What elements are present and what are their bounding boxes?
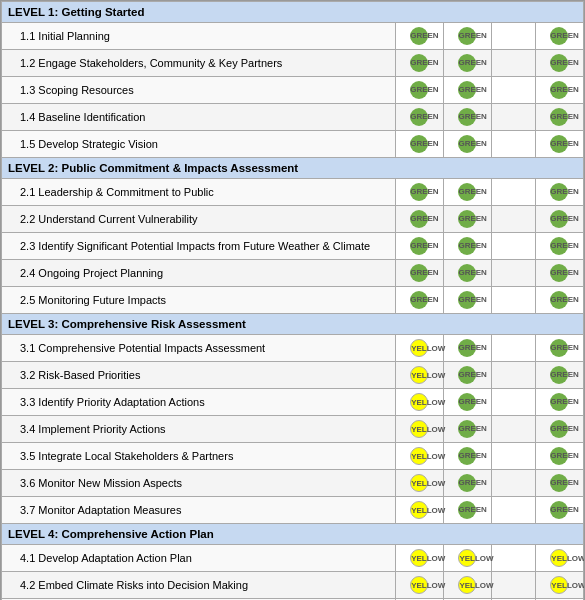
dot-col-4: GREEN — [535, 260, 583, 287]
status-dot: GREEN — [410, 210, 428, 228]
status-dot: GREEN — [458, 339, 476, 357]
table-row: 2.5 Monitoring Future Impacts GREEN GREE… — [2, 287, 584, 314]
item-label: 1.4 Baseline Identification — [2, 104, 396, 131]
dot-col-4: GREEN — [535, 233, 583, 260]
dot-col-3 — [492, 389, 536, 416]
status-dot: GREEN — [410, 237, 428, 255]
status-dot: GREEN — [550, 27, 568, 45]
dot-col-1: GREEN — [395, 50, 443, 77]
status-dot: GREEN — [458, 135, 476, 153]
level-header: LEVEL 1: Getting Started — [2, 2, 584, 23]
dot-col-4: GREEN — [535, 23, 583, 50]
dot-col-4: GREEN — [535, 497, 583, 524]
status-dot: GREEN — [458, 420, 476, 438]
dot-col-3 — [492, 497, 536, 524]
status-dot: GREEN — [458, 366, 476, 384]
dot-col-2: YELLOW — [443, 572, 491, 599]
item-label: 1.5 Develop Strategic Vision — [2, 131, 396, 158]
status-dot: GREEN — [550, 339, 568, 357]
dot-col-2: GREEN — [443, 389, 491, 416]
dot-col-1: YELLOW — [395, 497, 443, 524]
dot-col-1: YELLOW — [395, 545, 443, 572]
status-dot: GREEN — [458, 291, 476, 309]
level-header: LEVEL 4: Comprehensive Action Plan — [2, 524, 584, 545]
item-label: 2.3 Identify Significant Potential Impac… — [2, 233, 396, 260]
status-dot: GREEN — [410, 108, 428, 126]
item-label: 4.2 Embed Climate Risks into Decision Ma… — [2, 572, 396, 599]
dot-col-3 — [492, 416, 536, 443]
status-dot: YELLOW — [410, 501, 428, 519]
dot-col-4: GREEN — [535, 362, 583, 389]
dot-col-1: YELLOW — [395, 470, 443, 497]
status-dot: GREEN — [550, 447, 568, 465]
item-label: 1.3 Scoping Resources — [2, 77, 396, 104]
dot-col-2: GREEN — [443, 179, 491, 206]
dot-col-2: GREEN — [443, 260, 491, 287]
dot-col-1: GREEN — [395, 260, 443, 287]
dot-col-2: GREEN — [443, 23, 491, 50]
status-dot: YELLOW — [410, 393, 428, 411]
dot-col-3 — [492, 77, 536, 104]
dot-col-1: GREEN — [395, 206, 443, 233]
status-dot: GREEN — [550, 81, 568, 99]
table-row: 1.3 Scoping Resources GREEN GREEN GREEN — [2, 77, 584, 104]
level-header-row: LEVEL 2: Public Commitment & Impacts Ass… — [2, 158, 584, 179]
dot-col-4: GREEN — [535, 77, 583, 104]
dot-col-1: GREEN — [395, 287, 443, 314]
table-row: 1.5 Develop Strategic Vision GREEN GREEN… — [2, 131, 584, 158]
status-dot: GREEN — [458, 501, 476, 519]
table-row: 4.2 Embed Climate Risks into Decision Ma… — [2, 572, 584, 599]
status-dot: GREEN — [550, 393, 568, 411]
dot-col-2: GREEN — [443, 104, 491, 131]
table-row: 3.6 Monitor New Mission Aspects YELLOW G… — [2, 470, 584, 497]
status-dot: GREEN — [550, 135, 568, 153]
level-header-row: LEVEL 1: Getting Started — [2, 2, 584, 23]
dot-col-2: GREEN — [443, 335, 491, 362]
dot-col-2: GREEN — [443, 50, 491, 77]
item-label: 2.4 Ongoing Project Planning — [2, 260, 396, 287]
dot-col-3 — [492, 50, 536, 77]
dot-col-1: YELLOW — [395, 389, 443, 416]
dot-col-1: GREEN — [395, 179, 443, 206]
dot-col-4: GREEN — [535, 206, 583, 233]
dot-col-2: GREEN — [443, 131, 491, 158]
status-dot: GREEN — [410, 264, 428, 282]
table-row: 3.3 Identify Priority Adaptation Actions… — [2, 389, 584, 416]
status-dot: YELLOW — [410, 339, 428, 357]
status-dot: GREEN — [550, 501, 568, 519]
dot-col-1: GREEN — [395, 77, 443, 104]
status-dot: GREEN — [458, 27, 476, 45]
dot-col-2: GREEN — [443, 233, 491, 260]
status-dot: GREEN — [458, 81, 476, 99]
status-dot: YELLOW — [410, 447, 428, 465]
dot-col-3 — [492, 443, 536, 470]
dot-col-3 — [492, 335, 536, 362]
status-dot: GREEN — [410, 135, 428, 153]
status-dot: GREEN — [410, 27, 428, 45]
table-row: 3.1 Comprehensive Potential Impacts Asse… — [2, 335, 584, 362]
dot-col-2: GREEN — [443, 287, 491, 314]
status-dot: GREEN — [550, 54, 568, 72]
dot-col-4: GREEN — [535, 50, 583, 77]
item-label: 3.2 Risk-Based Priorities — [2, 362, 396, 389]
table-row: 3.2 Risk-Based Priorities YELLOW GREEN G… — [2, 362, 584, 389]
item-label: 2.2 Understand Current Vulnerability — [2, 206, 396, 233]
status-dot: GREEN — [458, 108, 476, 126]
table-row: 1.2 Engage Stakeholders, Community & Key… — [2, 50, 584, 77]
item-label: 2.1 Leadership & Commitment to Public — [2, 179, 396, 206]
status-dot: YELLOW — [410, 549, 428, 567]
dot-col-1: GREEN — [395, 233, 443, 260]
status-dot: YELLOW — [550, 576, 568, 594]
item-label: 3.4 Implement Priority Actions — [2, 416, 396, 443]
dot-col-2: GREEN — [443, 470, 491, 497]
dot-col-2: GREEN — [443, 77, 491, 104]
table-row: 4.1 Develop Adaptation Action Plan YELLO… — [2, 545, 584, 572]
table-row: 1.4 Baseline Identification GREEN GREEN … — [2, 104, 584, 131]
dot-col-2: GREEN — [443, 443, 491, 470]
dot-col-3 — [492, 362, 536, 389]
table-row: 2.3 Identify Significant Potential Impac… — [2, 233, 584, 260]
dot-col-2: GREEN — [443, 206, 491, 233]
dot-col-3 — [492, 206, 536, 233]
dot-col-4: GREEN — [535, 131, 583, 158]
table-row: 3.7 Monitor Adaptation Measures YELLOW G… — [2, 497, 584, 524]
